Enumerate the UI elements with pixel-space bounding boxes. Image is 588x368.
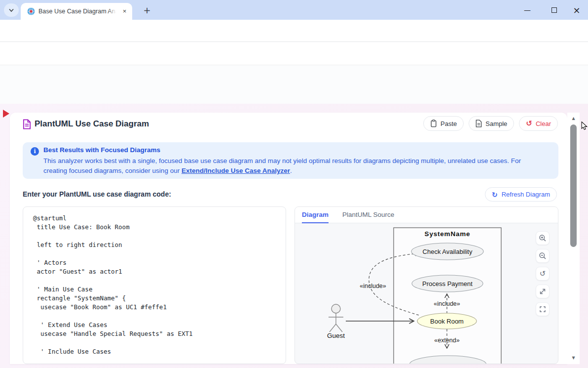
include-label-middle: «include» [434,300,460,307]
zoom-out-icon [539,252,547,260]
red-decoration [3,110,10,118]
tab-close-button[interactable]: × [120,7,129,16]
purple-document-icon [23,119,31,129]
system-name-label: SystemName [425,230,471,238]
browser-tab[interactable]: Base Use Case Diagram Analyze × [21,3,132,20]
actor-guest-label: Guest [327,332,345,339]
wizard-stepper: 1 PlantUML Diagram Input 2 Analysis Repo… [0,65,588,104]
browser-titlebar: Base Use Case Diagram Analyze × + — × [0,0,588,20]
include-label-left: «include» [360,283,386,289]
maximize-icon [551,7,557,13]
window-close-button[interactable]: × [565,0,588,20]
sample-document-icon [476,120,482,127]
scroll-up-button[interactable]: ▲ [567,116,580,121]
refresh-diagram-button[interactable]: ↻ Refresh Diagram [485,187,557,202]
window-maximize-button[interactable] [543,0,565,20]
code-input-label: Enter your PlantUML use case diagram cod… [23,190,171,198]
tab-title: Base Use Case Diagram Analyze [38,8,117,16]
browser-toolbar: ← → ↻ ai-toolbox.visual-paradigm.com/app… [0,20,588,42]
tab-title-fade [108,7,118,17]
svg-text:Book Room: Book Room [430,318,464,325]
clipboard-icon [430,120,437,127]
app-header: Base Use Case Diagram Analyzer Powered b… [0,42,588,65]
code-editor-panel: @startuml title Use Case: Book Room left… [23,206,286,364]
svg-text:Process Payment: Process Payment [422,280,473,287]
expand-button[interactable] [536,285,550,298]
info-icon: i [31,147,39,156]
tab-search-button[interactable] [4,3,19,17]
reset-view-button[interactable]: ↺ [536,267,550,281]
zoom-in-icon [539,234,547,242]
expand-icon [539,287,547,295]
extend-include-analyzer-link[interactable]: Extend/Include Use Case Analyzer [182,167,290,174]
code-editor[interactable]: @startuml title Use Case: Book Room left… [33,214,286,356]
mouse-cursor [581,122,588,130]
new-tab-button[interactable]: + [141,4,153,16]
zoom-out-button[interactable] [536,249,550,263]
diagram-panel: Diagram PlantUML Source SystemName «incl… [294,206,558,364]
chevron-down-icon [8,8,14,12]
svg-text:Check Availability: Check Availability [423,248,473,255]
clear-button[interactable]: ↺ Clear [519,116,558,131]
scroll-thumb[interactable] [570,124,577,247]
alert-body: This analyzer works best with a single, … [43,156,542,176]
diagram-tabs: Diagram PlantUML Source [295,207,558,223]
alert-title: Best Results with Focused Diagrams [43,146,160,154]
fullscreen-button[interactable] [536,302,550,316]
actor-guest [329,304,343,332]
paste-button[interactable]: Paste [423,116,464,131]
card-actions: Paste Sample ↺ Clear [423,116,558,131]
visual-paradigm-favicon-icon [27,7,35,15]
scroll-down-button[interactable]: ▼ [567,356,580,360]
fullscreen-icon [539,305,547,313]
info-alert: i Best Results with Focused Diagrams Thi… [23,142,558,179]
refresh-icon: ↻ [492,191,498,199]
card-title: PlantUML Use Case Diagram [35,119,149,129]
sample-button[interactable]: Sample [469,116,514,131]
undo-icon: ↺ [526,119,532,128]
window-minimize-button[interactable]: — [516,0,539,20]
page-scrollbar[interactable]: ▲ ▼ [567,113,580,364]
tab-diagram[interactable]: Diagram [302,207,329,223]
use-case-diagram-canvas: SystemName «include» Check Availability … [295,223,558,364]
zoom-in-button[interactable] [536,231,550,245]
tab-plantuml-source[interactable]: PlantUML Source [342,207,394,223]
main-card: PlantUML Use Case Diagram Paste Sample ↺… [10,113,567,364]
extend-label: «extend» [434,337,459,344]
